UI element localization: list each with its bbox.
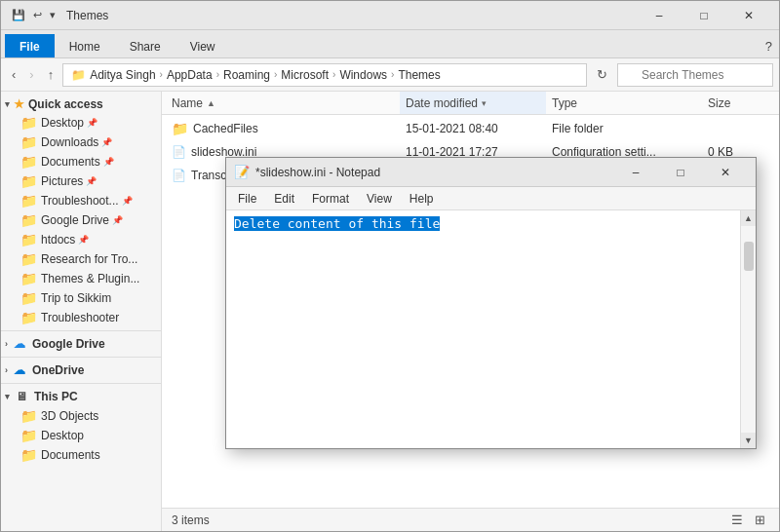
path-folder-icon: 📁	[71, 68, 86, 82]
sidebar-item-label: Trip to Sikkim	[41, 291, 111, 305]
up-button[interactable]: ↑	[43, 64, 59, 85]
address-bar: ‹ › ↑ 📁 Aditya Singh › AppData › Roaming…	[1, 58, 779, 92]
search-input[interactable]	[617, 63, 773, 87]
refresh-button[interactable]: ↻	[591, 64, 613, 85]
pin-icon: 📌	[103, 157, 114, 167]
notepad-app-icon: 📝	[234, 165, 250, 179]
notepad-selected-text: Delete content of this file	[234, 216, 440, 231]
onedrive-label: OneDrive	[32, 363, 84, 377]
file-cell-name: 📁 CachedFiles	[166, 121, 400, 136]
path-chevron-3: ›	[274, 69, 277, 80]
back-button[interactable]: ‹	[7, 64, 20, 85]
status-bar: 3 items ☰ ⊞	[162, 508, 779, 531]
notepad-text-display: Delete content of this file	[226, 210, 756, 237]
scroll-thumb[interactable]	[744, 242, 754, 271]
notepad-maximize-button[interactable]: □	[658, 158, 703, 187]
sidebar-item-label: Google Drive	[41, 213, 109, 227]
quick-access-toolbar: 💾 ↩ ▾	[9, 7, 58, 23]
status-view-controls: ☰ ⊞	[727, 511, 769, 529]
notepad-content-area: Delete content of this file ▲ ▼	[226, 210, 756, 448]
ribbon-help-button[interactable]: ?	[762, 37, 775, 56]
address-path[interactable]: 📁 Aditya Singh › AppData › Roaming › Mic…	[62, 63, 587, 87]
minimize-button[interactable]: –	[637, 1, 682, 30]
qat-undo[interactable]: ↩	[30, 7, 45, 23]
path-segment-5: Windows	[339, 68, 387, 82]
col-header-date[interactable]: Date modified ▾	[400, 92, 546, 114]
file-icon: 📄	[172, 169, 186, 182]
large-icons-view-button[interactable]: ⊞	[751, 511, 769, 529]
notepad-menu-view[interactable]: View	[359, 190, 400, 208]
col-header-name[interactable]: Name ▲	[166, 92, 400, 114]
quick-access-label: Quick access	[28, 97, 103, 111]
scroll-up-arrow[interactable]: ▲	[741, 210, 756, 226]
sidebar-section-quick-access[interactable]: ▾ ★ Quick access	[1, 95, 161, 113]
sidebar-section-google-drive[interactable]: › ☁ Google Drive	[1, 334, 161, 354]
notepad-menu-file[interactable]: File	[230, 190, 264, 208]
notepad-menu-help[interactable]: Help	[402, 190, 442, 208]
sidebar-item-documents-pc[interactable]: 📁 Documents	[1, 445, 161, 465]
sidebar-item-label: htdocs	[41, 233, 75, 247]
sidebar-item-troubleshoot1[interactable]: 📁 Troubleshoot... 📌	[1, 191, 161, 210]
col-header-type[interactable]: Type	[546, 92, 702, 114]
folder-icon: 📁	[20, 173, 36, 189]
sidebar-item-research[interactable]: 📁 Research for Tro...	[1, 249, 161, 269]
onedrive-chevron: ›	[5, 365, 8, 375]
details-view-button[interactable]: ☰	[727, 511, 747, 529]
file-row[interactable]: 📁 CachedFiles 15-01-2021 08:40 File fold…	[162, 117, 779, 140]
search-wrap: 🔍	[617, 63, 773, 87]
col-header-size[interactable]: Size	[702, 92, 775, 114]
notepad-close-button[interactable]: ✕	[703, 158, 748, 187]
sidebar-item-google-drive[interactable]: 📁 Google Drive 📌	[1, 210, 161, 230]
sidebar-item-downloads[interactable]: 📁 Downloads 📌	[1, 133, 161, 152]
folder-icon: 📁	[20, 134, 36, 150]
sidebar-item-desktop[interactable]: 📁 Desktop 📌	[1, 113, 161, 133]
sidebar-item-pictures[interactable]: 📁 Pictures 📌	[1, 171, 161, 191]
forward-button[interactable]: ›	[24, 64, 38, 85]
sidebar-item-label: Downloads	[41, 135, 98, 149]
sidebar-item-themes-plugin[interactable]: 📁 Themes & Plugin...	[1, 269, 161, 288]
folder-icon: 📁	[20, 115, 36, 131]
notepad-scrollbar[interactable]: ▲ ▼	[740, 210, 756, 448]
tab-share[interactable]: Share	[115, 34, 176, 57]
sidebar-item-label: Documents	[41, 448, 100, 462]
close-button[interactable]: ✕	[726, 1, 771, 30]
path-segment-1: Aditya Singh	[90, 68, 155, 82]
notepad-menu-format[interactable]: Format	[304, 190, 357, 208]
sidebar-item-label: Troubleshooter	[41, 311, 119, 324]
col-date-sort: ▾	[482, 98, 487, 108]
notepad-minimize-button[interactable]: –	[613, 158, 658, 187]
folder-icon: 📁	[20, 290, 36, 306]
sidebar-section-this-pc[interactable]: ▾ 🖥 This PC	[1, 387, 161, 406]
scroll-down-arrow[interactable]: ▼	[741, 433, 756, 448]
sidebar-section-onedrive[interactable]: › ☁ OneDrive	[1, 361, 161, 380]
sidebar-item-desktop-pc[interactable]: 📁 Desktop	[1, 426, 161, 445]
folder-icon: 📁	[20, 212, 36, 228]
column-headers: Name ▲ Date modified ▾ Type Size	[162, 92, 779, 115]
folder-icon: 📁	[20, 193, 36, 209]
computer-icon: 🖥	[14, 389, 29, 404]
qat-save[interactable]: 💾	[9, 7, 28, 23]
sidebar-item-label: Desktop	[41, 429, 84, 442]
sidebar-item-troubleshooter[interactable]: 📁 Troubleshooter	[1, 308, 161, 327]
tab-home[interactable]: Home	[55, 34, 115, 57]
notepad-title: *slideshow.ini - Notepad	[255, 166, 613, 179]
sidebar-item-trip-sikkim[interactable]: 📁 Trip to Sikkim	[1, 288, 161, 308]
path-segment-6: Themes	[398, 68, 440, 82]
sidebar-item-documents[interactable]: 📁 Documents 📌	[1, 152, 161, 171]
pin-icon: 📌	[112, 215, 123, 225]
sidebar-item-3d-objects[interactable]: 📁 3D Objects	[1, 406, 161, 426]
quick-access-star-icon: ★	[14, 97, 24, 111]
pin-icon: 📌	[86, 176, 97, 186]
sidebar-item-label: Research for Tro...	[41, 252, 137, 266]
col-name-label: Name	[172, 96, 203, 110]
maximize-button[interactable]: □	[682, 1, 726, 30]
tab-view[interactable]: View	[176, 34, 230, 57]
google-drive-label: Google Drive	[32, 337, 105, 351]
path-segment-4: Microsoft	[281, 68, 329, 82]
path-chevron-2: ›	[216, 69, 219, 80]
pin-icon: 📌	[78, 235, 89, 245]
notepad-menu-edit[interactable]: Edit	[266, 190, 302, 208]
tab-file[interactable]: File	[5, 34, 55, 57]
qat-down-arrow[interactable]: ▾	[47, 7, 58, 23]
sidebar-item-htdocs[interactable]: 📁 htdocs 📌	[1, 230, 161, 249]
